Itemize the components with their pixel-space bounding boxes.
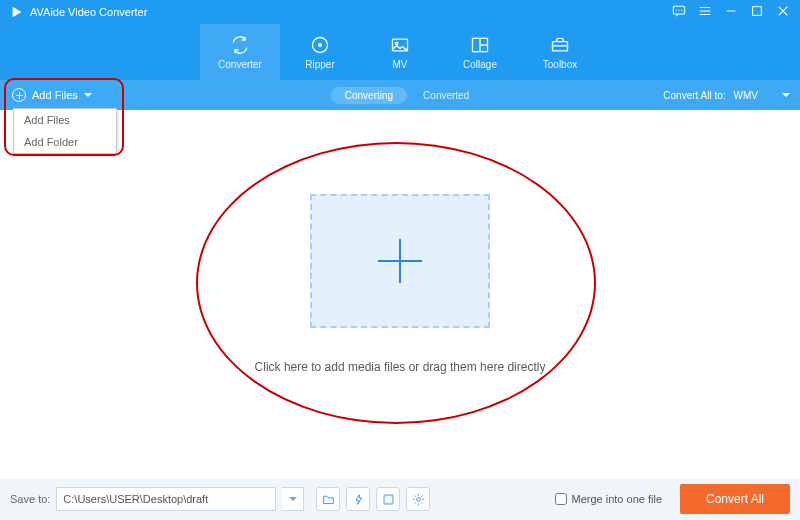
svg-point-26 [416, 497, 420, 501]
svg-rect-21 [384, 495, 393, 504]
window-controls [672, 4, 790, 20]
feedback-icon[interactable] [672, 4, 686, 20]
convert-all-to-label: Convert All to: [663, 90, 725, 101]
dropdown-item-add-files[interactable]: Add Files [14, 109, 116, 131]
dropzone-hint: Click here to add media files or drag th… [0, 360, 800, 374]
subtab-converted[interactable]: Converted [423, 90, 469, 101]
svg-point-3 [678, 10, 679, 11]
close-icon[interactable] [776, 4, 790, 20]
svg-point-22 [385, 496, 386, 497]
svg-point-15 [395, 42, 398, 45]
main-area: Click here to add media files or drag th… [0, 110, 800, 478]
svg-rect-9 [753, 7, 762, 16]
convert-all-button[interactable]: Convert All [680, 484, 790, 514]
secondary-bar: Add Files Converting Converted Convert A… [0, 80, 800, 110]
plus-circle-icon [12, 88, 26, 102]
svg-point-25 [390, 501, 391, 502]
chevron-down-icon [289, 497, 297, 501]
merge-checkbox-input[interactable] [555, 493, 567, 505]
output-format-value: WMV [734, 90, 758, 101]
svg-marker-0 [13, 7, 22, 18]
tab-ripper[interactable]: Ripper [280, 24, 360, 80]
tab-label: Collage [463, 59, 497, 70]
save-to-label: Save to: [10, 493, 50, 505]
dropdown-item-add-folder[interactable]: Add Folder [14, 131, 116, 153]
svg-point-2 [676, 10, 677, 11]
hispeed-button[interactable] [376, 487, 400, 511]
add-files-dropdown: Add Files Add Folder [13, 108, 117, 154]
settings-button[interactable] [406, 487, 430, 511]
merge-checkbox[interactable]: Merge into one file [555, 493, 663, 505]
chevron-down-icon [782, 93, 790, 97]
tab-converter[interactable]: Converter [200, 24, 280, 80]
app-title: AVAide Video Converter [30, 6, 672, 18]
open-folder-button[interactable] [316, 487, 340, 511]
subtab-converting[interactable]: Converting [331, 87, 407, 104]
minimize-icon[interactable] [724, 4, 738, 20]
converter-icon [230, 35, 250, 55]
tab-label: Ripper [305, 59, 334, 70]
app-window: AVAide Video Converter Converter Ripper … [0, 0, 800, 520]
save-path-input[interactable]: C:\Users\USER\Desktop\draft [56, 487, 276, 511]
app-logo-icon [10, 5, 24, 19]
save-path-dropdown[interactable] [282, 487, 304, 511]
title-bar: AVAide Video Converter [0, 0, 800, 24]
subtab-group: Converting Converted [331, 87, 470, 104]
menu-icon[interactable] [698, 4, 712, 20]
footer-icons [316, 487, 430, 511]
svg-point-4 [681, 10, 682, 11]
save-path-value: C:\Users\USER\Desktop\draft [63, 493, 208, 505]
merge-label: Merge into one file [572, 493, 663, 505]
svg-point-23 [390, 496, 391, 497]
ripper-icon [310, 35, 330, 55]
footer-bar: Save to: C:\Users\USER\Desktop\draft Mer… [0, 478, 800, 520]
chevron-down-icon [84, 93, 92, 97]
svg-point-13 [318, 42, 322, 46]
toolbox-icon [550, 35, 570, 55]
svg-point-24 [385, 501, 386, 502]
tab-label: Toolbox [543, 59, 577, 70]
plus-icon [378, 239, 422, 283]
collage-icon [470, 35, 490, 55]
save-to-group: Save to: C:\Users\USER\Desktop\draft [10, 487, 304, 511]
add-files-label: Add Files [32, 89, 78, 101]
convert-all-to: Convert All to: WMV [663, 90, 790, 101]
tab-toolbox[interactable]: Toolbox [520, 24, 600, 80]
maximize-icon[interactable] [750, 4, 764, 20]
add-files-button[interactable]: Add Files [0, 80, 104, 110]
tab-collage[interactable]: Collage [440, 24, 520, 80]
mv-icon [390, 35, 410, 55]
output-format-select[interactable]: WMV [734, 90, 790, 101]
dropzone[interactable] [310, 194, 490, 328]
hw-accel-button[interactable] [346, 487, 370, 511]
tab-label: Converter [218, 59, 262, 70]
tab-mv[interactable]: MV [360, 24, 440, 80]
tab-label: MV [393, 59, 408, 70]
main-toolbar: Converter Ripper MV Collage Toolbox [0, 24, 800, 80]
